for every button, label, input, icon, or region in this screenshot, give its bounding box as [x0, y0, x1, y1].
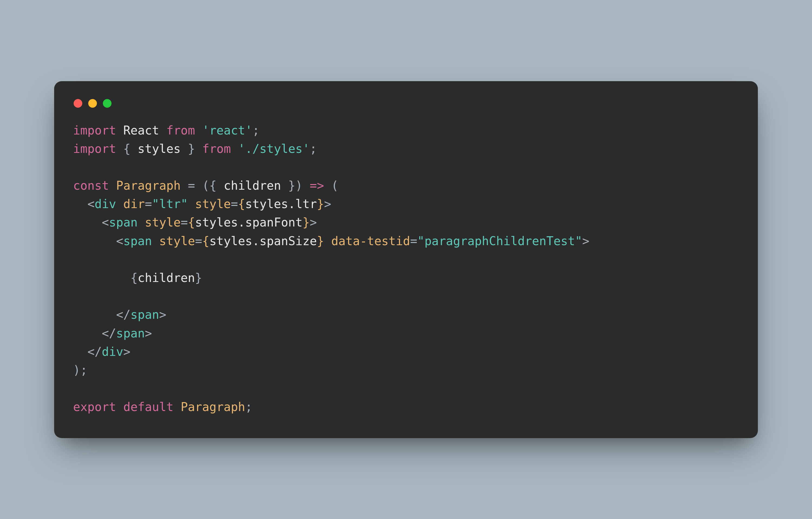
angle-bracket: >	[145, 326, 152, 340]
identifier: children	[138, 271, 195, 285]
brace: }	[302, 215, 310, 229]
equals: =	[410, 234, 417, 248]
code-line-14: );	[73, 363, 87, 377]
keyword-const: const	[73, 179, 109, 192]
keyword-import: import	[73, 142, 116, 156]
close-icon[interactable]	[74, 99, 82, 108]
angle-bracket: >	[582, 234, 589, 248]
jsx-attr: dir	[123, 197, 145, 211]
angle-bracket: >	[159, 308, 167, 322]
space	[324, 234, 331, 248]
function-name: Paragraph	[180, 400, 245, 414]
space	[116, 197, 123, 211]
jsx-attr: style	[145, 215, 180, 229]
jsx-attr: style	[159, 234, 195, 248]
brace: {	[123, 142, 130, 156]
brace: }	[317, 234, 324, 248]
function-name: Paragraph	[116, 179, 180, 192]
keyword-from: from	[202, 142, 231, 156]
keyword-export: export	[73, 400, 116, 414]
indent	[73, 271, 130, 285]
expression: styles.spanSize	[209, 234, 317, 248]
jsx-tag: span	[123, 234, 152, 248]
indent	[73, 326, 102, 340]
jsx-tag: span	[116, 326, 145, 340]
angle-bracket: <	[102, 215, 109, 229]
canvas: import React from 'react'; import { styl…	[0, 0, 812, 519]
identifier: styles	[138, 142, 180, 156]
zoom-icon[interactable]	[103, 99, 112, 108]
space	[188, 197, 195, 211]
equals: =	[188, 179, 195, 192]
semicolon: ;	[245, 400, 253, 414]
jsx-attr: style	[195, 197, 231, 211]
code-line-13: </div>	[73, 345, 130, 359]
string-literal: "ltr"	[152, 197, 187, 211]
semicolon: ;	[252, 123, 260, 137]
keyword-from: from	[166, 123, 195, 137]
jsx-tag: span	[109, 215, 138, 229]
code-line-1: import React from 'react';	[73, 123, 260, 137]
indent	[73, 197, 87, 211]
angle-bracket: </	[102, 326, 116, 340]
angle-bracket: >	[310, 215, 317, 229]
code-block: import React from 'react'; import { styl…	[73, 121, 739, 417]
jsx-tag: div	[102, 345, 123, 359]
angle-bracket: </	[116, 308, 130, 322]
space	[138, 215, 145, 229]
semicolon: ;	[310, 142, 317, 156]
brace: {	[209, 179, 216, 192]
paren: )	[73, 363, 80, 377]
code-line-6: <span style={styles.spanFont}>	[73, 215, 317, 229]
minimize-icon[interactable]	[88, 99, 97, 108]
identifier: React	[123, 123, 159, 137]
keyword-default: default	[123, 400, 173, 414]
expression: styles.spanFont	[195, 215, 302, 229]
angle-bracket: </	[87, 345, 102, 359]
brace: {	[188, 215, 195, 229]
space	[152, 234, 159, 248]
indent	[73, 345, 87, 359]
brace: }	[288, 179, 296, 192]
equals: =	[180, 215, 188, 229]
brace: }	[188, 142, 195, 156]
semicolon: ;	[80, 363, 88, 377]
brace: {	[238, 197, 245, 211]
brace: }	[317, 197, 324, 211]
code-line-5: <div dir="ltr" style={styles.ltr}>	[73, 197, 331, 211]
string-literal: "paragraphChildrenTest"	[417, 234, 582, 248]
equals: =	[195, 234, 202, 248]
code-line-4: const Paragraph = ({ children }) => (	[73, 179, 338, 192]
code-line-2: import { styles } from './styles';	[73, 142, 317, 156]
equals: =	[231, 197, 238, 211]
equals: =	[145, 197, 152, 211]
brace: }	[195, 271, 202, 285]
indent	[73, 215, 102, 229]
code-line-7: <span style={styles.spanSize} data-testi…	[73, 234, 589, 248]
string-literal: 'react'	[202, 123, 252, 137]
paren: )	[295, 179, 302, 192]
angle-bracket: <	[116, 234, 123, 248]
jsx-tag: span	[130, 308, 159, 322]
angle-bracket: >	[324, 197, 331, 211]
window-titlebar	[73, 97, 739, 121]
keyword-import: import	[73, 123, 116, 137]
expression: styles.ltr	[245, 197, 317, 211]
code-line-12: </span>	[73, 326, 152, 340]
brace: {	[202, 234, 209, 248]
code-line-16: export default Paragraph;	[73, 400, 252, 414]
angle-bracket: >	[123, 345, 130, 359]
paren: (	[202, 179, 209, 192]
indent	[73, 308, 116, 322]
code-line-9: {children}	[73, 271, 202, 285]
string-literal: './styles'	[238, 142, 310, 156]
arrow: =>	[310, 179, 324, 192]
indent	[73, 234, 116, 248]
editor-window: import React from 'react'; import { styl…	[54, 81, 758, 438]
jsx-tag: div	[94, 197, 116, 211]
paren: (	[331, 179, 339, 192]
angle-bracket: <	[87, 197, 95, 211]
brace: {	[130, 271, 138, 285]
identifier: children	[224, 179, 281, 192]
jsx-attr: data-testid	[331, 234, 410, 248]
